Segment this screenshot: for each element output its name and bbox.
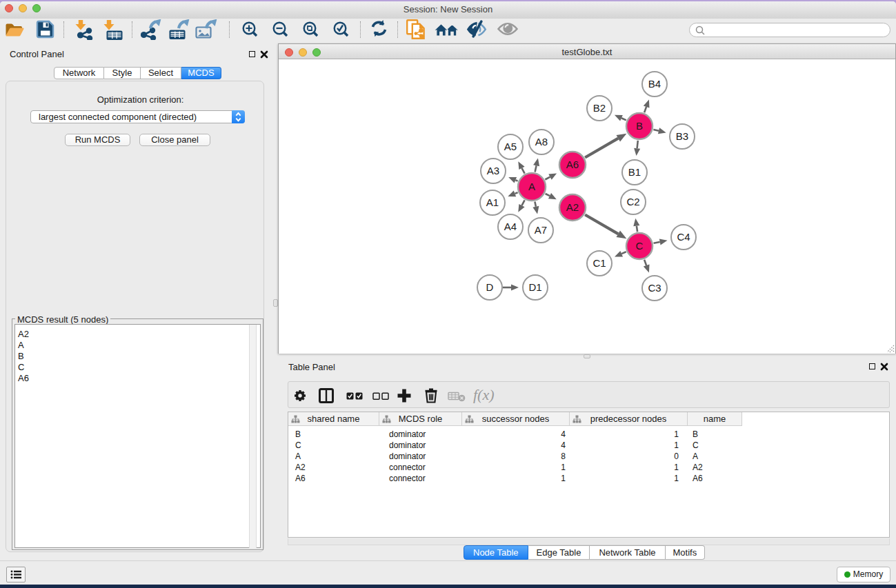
svg-text:C3: C3 [648,282,661,294]
svg-text:A1: A1 [486,196,499,208]
svg-text:A8: A8 [535,136,548,148]
svg-text:A6: A6 [566,159,579,170]
svg-text:D: D [486,281,494,293]
svg-text:A7: A7 [535,224,547,236]
svg-text:B1: B1 [628,166,641,178]
svg-text:B4: B4 [648,78,661,90]
svg-text:B: B [636,120,643,132]
svg-text:A2: A2 [566,201,579,213]
svg-text:A3: A3 [487,165,499,176]
svg-text:D1: D1 [528,281,541,293]
svg-text:B2: B2 [593,102,606,114]
svg-text:C1: C1 [593,257,606,269]
svg-text:C4: C4 [677,231,690,243]
svg-text:B3: B3 [676,130,688,142]
svg-text:C2: C2 [626,196,639,207]
svg-text:A4: A4 [504,221,517,232]
svg-text:A5: A5 [504,141,517,152]
svg-text:C: C [636,240,644,252]
svg-text:A: A [528,181,535,192]
